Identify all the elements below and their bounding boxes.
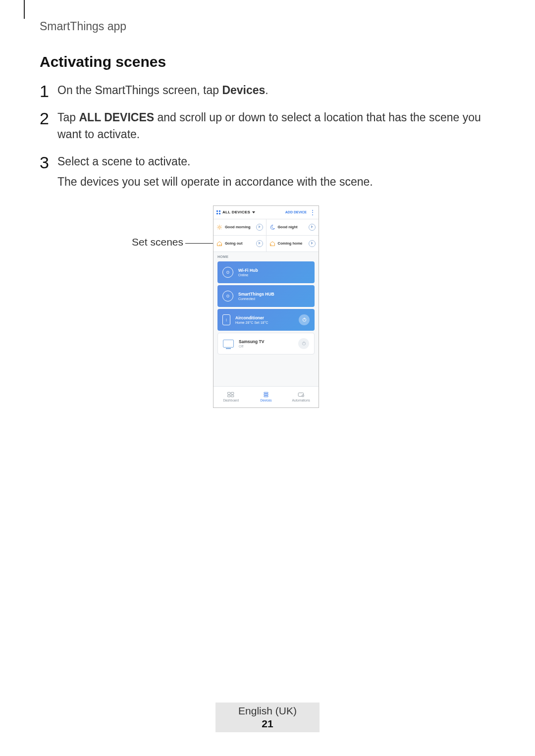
ac-icon — [222, 314, 230, 325]
nav-label: Devices — [260, 399, 271, 402]
device-title: Wi-Fi Hub — [238, 268, 310, 273]
devices-icon — [263, 392, 269, 398]
device-title: Airconditioner — [235, 315, 294, 320]
nav-label: Dashboard — [223, 399, 239, 402]
callout-set-scenes-label: Set scenes — [124, 236, 183, 248]
all-devices-dropdown[interactable]: ALL DEVICES — [222, 210, 250, 214]
scene-good-morning[interactable]: Good morning — [214, 219, 266, 235]
svg-rect-20 — [228, 395, 230, 397]
hub-icon — [222, 267, 233, 278]
step-1-text-post: . — [265, 84, 268, 97]
sun-icon — [216, 224, 222, 230]
svg-rect-9 — [227, 271, 229, 273]
svg-rect-22 — [264, 393, 268, 394]
step-2: Tap ALL DEVICES and scroll up or down to… — [40, 109, 495, 143]
svg-point-12 — [226, 319, 226, 320]
svg-line-6 — [221, 228, 221, 229]
step-3: Select a scene to activate. The devices … — [40, 153, 495, 191]
device-wifi-hub[interactable]: Wi-Fi Hub Online — [217, 261, 315, 283]
svg-rect-24 — [264, 396, 268, 397]
phone-screenshot: ALL DEVICES ADD DEVICE ⋮ G — [213, 205, 319, 408]
nav-automations[interactable]: Automations — [283, 387, 319, 407]
automations-icon — [298, 392, 305, 398]
more-menu-icon[interactable]: ⋮ — [310, 210, 316, 214]
footer-page-number: 21 — [262, 718, 273, 730]
steps-list: On the SmartThings screen, tap Devices. … — [40, 82, 495, 191]
svg-point-13 — [226, 320, 226, 321]
svg-point-11 — [226, 318, 226, 319]
svg-line-5 — [217, 225, 218, 226]
scene-label: Good morning — [225, 225, 254, 229]
svg-point-0 — [218, 226, 220, 228]
step-1: On the SmartThings screen, tap Devices. — [40, 82, 495, 99]
nav-devices[interactable]: Devices — [249, 387, 284, 407]
device-title: Samsung TV — [239, 339, 293, 344]
add-device-button[interactable]: ADD DEVICE — [285, 210, 307, 214]
step-2-bold: ALL DEVICES — [79, 111, 154, 124]
home-section-label: HOME — [214, 252, 319, 259]
device-samsung-tv[interactable]: Samsung TV Off — [217, 333, 315, 354]
play-icon[interactable] — [256, 224, 263, 231]
nav-label: Automations — [292, 399, 310, 402]
page-footer: English (UK) 21 — [0, 703, 535, 732]
play-icon[interactable] — [309, 224, 316, 231]
scene-going-out[interactable]: Going out — [214, 236, 266, 252]
section-title: Activating scenes — [40, 53, 495, 70]
house-in-icon — [269, 241, 275, 247]
hub-icon — [222, 291, 233, 302]
device-title: SmartThings HUB — [238, 292, 310, 297]
device-smartthings-hub[interactable]: SmartThings HUB Connected — [217, 285, 315, 307]
tv-icon — [223, 340, 234, 348]
nav-dashboard[interactable]: Dashboard — [214, 387, 249, 407]
svg-point-27 — [303, 396, 303, 396]
scene-label: Good night — [278, 225, 307, 229]
power-button[interactable] — [298, 338, 309, 349]
step-3-text-a: Select a scene to activate. — [57, 155, 191, 168]
device-status: Off — [239, 345, 293, 348]
moon-icon — [269, 224, 275, 230]
svg-rect-23 — [264, 394, 268, 395]
running-header: SmartThings app — [40, 20, 126, 33]
chevron-down-icon — [252, 211, 255, 213]
svg-rect-18 — [228, 393, 230, 395]
svg-rect-19 — [231, 393, 234, 395]
play-icon[interactable] — [309, 240, 316, 247]
figure: Set scenes ALL DEVICES ADD DEVICE ⋮ — [40, 205, 495, 413]
phone-header: ALL DEVICES ADD DEVICE ⋮ — [214, 206, 319, 219]
scene-coming-home[interactable]: Coming home — [266, 236, 319, 252]
scene-label: Going out — [225, 241, 254, 246]
svg-rect-21 — [231, 395, 234, 397]
page-edge-mark — [24, 0, 25, 19]
step-1-text-pre: On the SmartThings screen, tap — [57, 84, 222, 97]
svg-line-8 — [221, 225, 221, 226]
play-icon[interactable] — [256, 240, 263, 247]
device-status: Connected — [238, 297, 310, 301]
callout-leader-line — [185, 243, 213, 244]
bottom-nav: Dashboard Devices Automations — [214, 386, 319, 407]
device-airconditioner[interactable]: Airconditioner Home 28°C Set 18°C — [217, 309, 315, 331]
dashboard-icon — [227, 392, 234, 398]
step-3-text-b: The devices you set will operate in acco… — [57, 174, 495, 190]
svg-line-7 — [217, 228, 218, 229]
power-button[interactable] — [299, 314, 310, 325]
svg-rect-10 — [227, 295, 229, 297]
footer-language: English (UK) — [238, 705, 297, 717]
device-status: Home 28°C Set 18°C — [235, 321, 294, 324]
house-out-icon — [216, 241, 222, 247]
device-status: Online — [238, 273, 310, 277]
scenes-panel: Good morning Good night — [214, 219, 319, 252]
step-2-text-pre: Tap — [57, 111, 79, 124]
grid-icon — [216, 210, 220, 214]
scene-good-night[interactable]: Good night — [266, 219, 319, 235]
scene-label: Coming home — [278, 241, 307, 246]
step-1-bold: Devices — [222, 84, 265, 97]
